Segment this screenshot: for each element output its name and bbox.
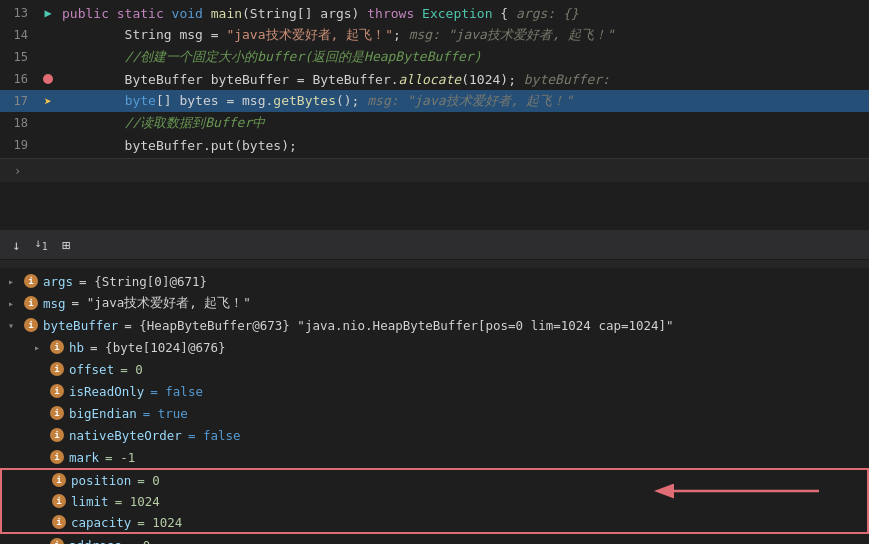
var-name-position: position: [71, 473, 131, 488]
type-icon: i: [52, 494, 66, 508]
type-icon: i: [50, 362, 64, 376]
type-icon: i: [24, 274, 38, 288]
var-value-args: = {String[0]@671}: [79, 274, 207, 289]
var-row-address[interactable]: i address = 0: [0, 534, 869, 544]
var-name-mark: mark: [69, 450, 99, 465]
code-editor: 13▶public static void main(String[] args…: [0, 0, 869, 230]
var-value-position: = 0: [137, 473, 160, 488]
type-icon: i: [50, 340, 64, 354]
line-number: 18: [0, 116, 38, 130]
type-icon: i: [50, 538, 64, 544]
panel-title: [0, 260, 869, 268]
var-name-byteBuffer: byteBuffer: [43, 318, 118, 333]
debug-marker: ▶: [38, 6, 58, 20]
code-content: public static void main(String[] args) t…: [58, 6, 869, 21]
var-name-address: address: [69, 538, 122, 545]
var-value-msg: = "java技术爱好者, 起飞！": [72, 295, 251, 312]
code-content: //创建一个固定大小的buffer(返回的是HeapByteBuffer): [58, 48, 869, 66]
debug-marker: ➤: [38, 94, 58, 109]
line-number: 16: [0, 72, 38, 86]
code-content: byteBuffer.put(bytes);: [58, 138, 869, 153]
var-name-args: args: [43, 274, 73, 289]
var-value-bigEndian: = true: [143, 406, 188, 421]
var-row-capacity[interactable]: i capacity = 1024: [0, 512, 869, 534]
var-value-offset: = 0: [120, 362, 143, 377]
code-content: ByteBuffer byteBuffer = ByteBuffer.alloc…: [58, 72, 869, 87]
line-number: 15: [0, 50, 38, 64]
code-content: byte[] bytes = msg.getBytes(); msg: "jav…: [58, 92, 869, 110]
type-icon: i: [52, 473, 66, 487]
var-name-limit: limit: [71, 494, 109, 509]
code-line-15: 15 //创建一个固定大小的buffer(返回的是HeapByteBuffer): [0, 46, 869, 68]
variables-panel: ▸ i args = {String[0]@671} ▸ i msg = "ja…: [0, 260, 869, 544]
breakpoint-icon: [43, 74, 53, 84]
var-name-offset: offset: [69, 362, 114, 377]
var-row-offset[interactable]: i offset = 0: [0, 358, 869, 380]
code-line-13: 13▶public static void main(String[] args…: [0, 2, 869, 24]
play-icon: ▶: [44, 6, 51, 20]
code-content: String msg = "java技术爱好者, 起飞！"; msg: "jav…: [58, 26, 869, 44]
var-row-bigEndian[interactable]: i bigEndian = true: [0, 402, 869, 424]
code-line-18: 18 //读取数据到Buffer中: [0, 112, 869, 134]
panel-body: ▸ i args = {String[0]@671} ▸ i msg = "ja…: [0, 268, 869, 544]
var-name-bigEndian: bigEndian: [69, 406, 137, 421]
var-value-hb: = {byte[1024]@676}: [90, 340, 225, 355]
line-number: 17: [0, 94, 38, 108]
var-name-hb: hb: [69, 340, 84, 355]
code-line-14: 14 String msg = "java技术爱好者, 起飞！"; msg: "…: [0, 24, 869, 46]
var-value-limit: = 1024: [115, 494, 160, 509]
var-value-capacity: = 1024: [137, 515, 182, 530]
var-name-isReadOnly: isReadOnly: [69, 384, 144, 399]
var-row-isReadOnly[interactable]: i isReadOnly = false: [0, 380, 869, 402]
var-value-mark: = -1: [105, 450, 135, 465]
code-content: //读取数据到Buffer中: [58, 114, 869, 132]
debug-marker: [38, 74, 58, 84]
line-number: 14: [0, 28, 38, 42]
var-row-position[interactable]: i position = 0: [0, 468, 869, 490]
var-row-limit[interactable]: i limit = 1024: [0, 490, 869, 512]
var-value-byteBuffer: = {HeapByteBuffer@673} "java.nio.HeapByt…: [124, 318, 673, 333]
collapse-icon[interactable]: ▾: [8, 320, 22, 331]
var-row-byteBuffer[interactable]: ▾ i byteBuffer = {HeapByteBuffer@673} "j…: [0, 314, 869, 336]
var-name-msg: msg: [43, 296, 66, 311]
step-into-button[interactable]: ↓1: [30, 234, 51, 254]
type-icon: i: [50, 450, 64, 464]
var-value-isReadOnly: = false: [150, 384, 203, 399]
var-name-capacity: capacity: [71, 515, 131, 530]
expand-icon[interactable]: ▸: [34, 342, 48, 353]
view-toggle-button[interactable]: ⊞: [58, 235, 74, 255]
debug-toolbar: ↓ ↓1 ⊞: [0, 230, 869, 260]
expand-icon[interactable]: ▸: [8, 276, 22, 287]
code-line-17: 17➤ byte[] bytes = msg.getBytes(); msg: …: [0, 90, 869, 112]
line-number: 19: [0, 138, 38, 152]
var-value-nativeByteOrder: = false: [188, 428, 241, 443]
type-icon: i: [50, 428, 64, 442]
var-name-nativeByteOrder: nativeByteOrder: [69, 428, 182, 443]
type-icon: i: [24, 318, 38, 332]
type-icon: i: [52, 515, 66, 529]
type-icon: i: [50, 406, 64, 420]
step-over-button[interactable]: ↓: [8, 235, 24, 255]
var-value-address: = 0: [128, 538, 151, 545]
expand-icon[interactable]: ▸: [8, 298, 22, 309]
var-row-nativeByteOrder[interactable]: i nativeByteOrder = false: [0, 424, 869, 446]
type-icon: i: [24, 296, 38, 310]
var-row-args[interactable]: ▸ i args = {String[0]@671}: [0, 270, 869, 292]
var-row-hb[interactable]: ▸ i hb = {byte[1024]@676}: [0, 336, 869, 358]
line-number: 13: [0, 6, 38, 20]
type-icon: i: [50, 384, 64, 398]
code-line-19: 19 byteBuffer.put(bytes);: [0, 134, 869, 156]
current-line-icon: ➤: [44, 94, 52, 109]
var-row-msg[interactable]: ▸ i msg = "java技术爱好者, 起飞！": [0, 292, 869, 314]
breadcrumb: ›: [0, 158, 869, 182]
code-line-16: 16 ByteBuffer byteBuffer = ByteBuffer.al…: [0, 68, 869, 90]
var-row-mark[interactable]: i mark = -1: [0, 446, 869, 468]
